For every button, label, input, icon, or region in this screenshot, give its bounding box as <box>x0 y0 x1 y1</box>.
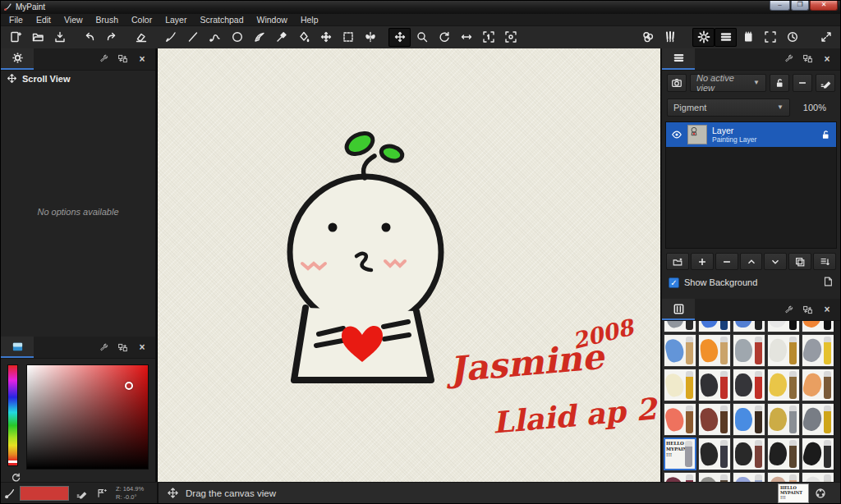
background-document-icon[interactable] <box>822 276 834 289</box>
brush-cell[interactable] <box>664 472 696 482</box>
title-bar[interactable]: MyPaint – ❐ ✕ <box>1 1 840 14</box>
menu-item-file[interactable]: File <box>2 14 30 25</box>
panel-close-button[interactable]: × <box>134 52 150 66</box>
flood-fill-button[interactable] <box>292 28 315 47</box>
view-rename-button[interactable] <box>816 74 835 92</box>
mirror-view-button[interactable] <box>455 28 477 47</box>
panel-settings-button[interactable] <box>94 340 111 355</box>
open-file-button[interactable] <box>26 28 48 47</box>
brush-cell[interactable] <box>664 321 696 332</box>
brush-cell[interactable] <box>733 334 765 367</box>
move-layer-button[interactable] <box>315 28 337 47</box>
pick-color-button[interactable] <box>270 28 292 47</box>
canvas-viewport[interactable]: Jasmine 2008 Llaid ap 242 <box>157 48 660 482</box>
menu-item-view[interactable]: View <box>57 14 90 25</box>
panel-settings-button[interactable] <box>779 52 796 66</box>
new-layer-group-button[interactable] <box>666 253 689 270</box>
hue-slider[interactable] <box>7 364 18 466</box>
brush-cell[interactable] <box>733 321 765 332</box>
brush-cell[interactable] <box>767 403 800 436</box>
panel-close-button[interactable]: × <box>819 302 835 317</box>
brush-cell[interactable] <box>698 334 731 367</box>
panel-settings-button[interactable] <box>779 302 796 317</box>
edit-brush-icon[interactable] <box>73 486 90 501</box>
layer-row-selected[interactable]: Layer Painting Layer <box>666 122 836 147</box>
tab-tool-options[interactable] <box>1 48 34 70</box>
brush-cell[interactable] <box>767 334 800 367</box>
brush-cell[interactable] <box>767 321 800 332</box>
pan-view-button[interactable] <box>388 28 411 47</box>
brush-cell[interactable] <box>733 438 765 470</box>
panel-close-button[interactable]: × <box>819 52 835 66</box>
panel-detach-button[interactable] <box>114 340 131 355</box>
brush-cell[interactable] <box>767 369 800 401</box>
menu-item-window[interactable]: Window <box>250 14 294 25</box>
brush-cell[interactable] <box>733 472 765 482</box>
rotate-view-button[interactable] <box>433 28 455 47</box>
zoom-view-button[interactable] <box>411 28 433 47</box>
menu-item-layer[interactable]: Layer <box>159 14 193 25</box>
scratchpad-button[interactable] <box>737 28 759 47</box>
redo-button[interactable] <box>100 28 122 47</box>
selected-brush-preview[interactable]: HELLO MYPAINT !!! <box>778 483 809 503</box>
lower-layer-button[interactable] <box>764 253 787 270</box>
tab-brushes[interactable] <box>662 299 695 320</box>
layer-mode-dropdown[interactable]: Pigment ▼ <box>667 99 790 117</box>
edit-frame-button[interactable] <box>337 28 359 47</box>
symmetry-button[interactable] <box>359 28 381 47</box>
brush-cell[interactable] <box>664 403 696 436</box>
menu-item-brush[interactable]: Brush <box>90 14 125 25</box>
visibility-eye-icon[interactable] <box>671 129 682 140</box>
view-remove-button[interactable] <box>793 74 812 92</box>
brush-cell[interactable] <box>802 369 834 401</box>
brush-cell[interactable] <box>802 403 834 436</box>
brush-cell[interactable] <box>733 369 765 401</box>
brush-cell[interactable] <box>664 334 696 367</box>
menu-item-edit[interactable]: Edit <box>30 14 57 25</box>
brush-cell-selected[interactable]: HELLO MYPAINT !!! <box>664 438 696 470</box>
add-layer-button[interactable] <box>691 253 714 270</box>
panel-detach-button[interactable] <box>114 52 131 66</box>
saturation-value-square[interactable] <box>26 364 149 470</box>
freehand-button[interactable] <box>159 28 182 47</box>
layers-window-button[interactable] <box>715 28 737 47</box>
save-file-button[interactable] <box>48 28 71 47</box>
menu-item-help[interactable]: Help <box>294 14 325 25</box>
undo-button[interactable] <box>78 28 100 47</box>
eraser-button[interactable] <box>130 28 152 47</box>
ellipse-button[interactable] <box>226 28 248 47</box>
brush-cell[interactable] <box>664 369 696 401</box>
brush-cell[interactable] <box>802 321 834 332</box>
fit-view-button[interactable] <box>499 28 522 47</box>
straight-line-button[interactable] <box>182 28 204 47</box>
brush-cell[interactable] <box>767 472 800 482</box>
new-file-button[interactable] <box>4 28 26 47</box>
merge-layer-button[interactable] <box>813 253 836 270</box>
minimize-button[interactable]: – <box>770 1 790 11</box>
duplicate-layer-button[interactable] <box>788 253 811 270</box>
inking-button[interactable] <box>248 28 270 47</box>
tab-color-picker[interactable] <box>1 337 34 358</box>
expand-view-button[interactable] <box>815 28 837 47</box>
brush-cell[interactable] <box>802 472 834 482</box>
connected-lines-button[interactable] <box>204 28 226 47</box>
restore-button[interactable]: ❐ <box>791 1 809 11</box>
tool-options-button[interactable] <box>692 28 715 47</box>
menu-item-color[interactable]: Color <box>125 14 159 25</box>
view-snapshot-button[interactable] <box>667 74 687 92</box>
brush-grid-scrollbar[interactable] <box>834 321 840 482</box>
brush-history-icon[interactable] <box>814 487 827 500</box>
brush-cell[interactable] <box>698 403 731 436</box>
color-window-button[interactable] <box>636 28 659 47</box>
view-lock-button[interactable] <box>770 74 789 92</box>
raise-layer-button[interactable] <box>740 253 763 270</box>
show-background-checkbox[interactable]: ✓ <box>669 277 679 288</box>
brush-cell[interactable] <box>698 438 731 470</box>
fullscreen-button[interactable] <box>759 28 781 47</box>
close-button[interactable]: ✕ <box>810 1 838 11</box>
brush-window-button[interactable] <box>659 28 681 47</box>
bookmark-brush-icon[interactable] <box>94 486 110 501</box>
history-button[interactable] <box>781 28 803 47</box>
panel-settings-button[interactable] <box>94 52 111 66</box>
brush-cell[interactable] <box>767 438 800 470</box>
